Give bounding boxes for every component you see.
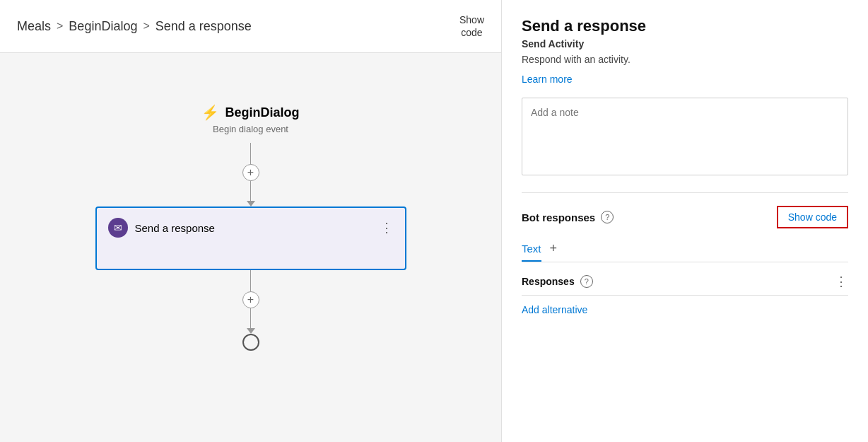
add-node-button-1[interactable]: + (242, 164, 259, 181)
tabs-row: Text + (522, 241, 848, 262)
connector-line-3 (250, 270, 251, 291)
send-response-card[interactable]: ✉ Send a response ⋮ (95, 207, 406, 270)
left-panel: Meals > BeginDialog > Send a response Sh… (0, 0, 502, 442)
send-response-icon: ✉ (114, 222, 122, 233)
bot-responses-help-icon[interactable]: ? (601, 211, 614, 223)
add-alternative-link[interactable]: Add alternative (522, 296, 848, 315)
responses-left: Responses ? (522, 275, 593, 288)
begin-dialog-subtitle: Begin dialog event (213, 124, 288, 134)
breadcrumb-sep-2: > (143, 20, 149, 33)
connector-line-2 (250, 181, 251, 202)
lightning-icon: ⚡ (201, 104, 219, 121)
responses-help-icon[interactable]: ? (580, 275, 593, 288)
bot-responses-header: Bot responses ? Show code (522, 206, 848, 228)
send-icon-circle: ✉ (108, 218, 128, 238)
show-code-button-right[interactable]: Show code (777, 206, 848, 228)
note-textarea[interactable] (522, 98, 848, 175)
flow-container: ⚡ BeginDialog Begin dialog event + ✉ (95, 95, 406, 351)
send-response-body (97, 248, 405, 269)
breadcrumb-meals[interactable]: Meals (17, 19, 51, 34)
right-panel-title: Send a response (522, 17, 848, 35)
responses-label: Responses (522, 276, 575, 287)
responses-context-menu[interactable]: ⋮ (835, 274, 848, 289)
send-response-title: ✉ Send a response (108, 218, 215, 238)
bot-responses-left: Bot responses ? (522, 211, 614, 223)
begin-dialog-title: ⚡ BeginDialog (201, 104, 299, 121)
learn-more-link[interactable]: Learn more (522, 74, 848, 85)
left-header: Meals > BeginDialog > Send a response Sh… (0, 0, 501, 53)
breadcrumb-send-response[interactable]: Send a response (156, 19, 252, 34)
breadcrumb: Meals > BeginDialog > Send a response (17, 19, 252, 34)
responses-section: Responses ? ⋮ (522, 262, 848, 296)
divider (522, 192, 848, 193)
begin-dialog-label: BeginDialog (225, 105, 299, 120)
tab-text-label: Text (522, 243, 541, 255)
send-response-context-menu[interactable]: ⋮ (380, 220, 394, 235)
tab-add-button[interactable]: + (550, 241, 558, 262)
connector-line-4 (250, 308, 251, 330)
bot-responses-label: Bot responses (522, 211, 595, 223)
show-code-button-left[interactable]: Showcode (459, 13, 484, 39)
send-response-label: Send a response (135, 222, 215, 234)
add-node-button-2[interactable]: + (242, 291, 259, 308)
begin-dialog-node: ⚡ BeginDialog Begin dialog event (187, 95, 313, 143)
breadcrumb-begin-dialog[interactable]: BeginDialog (69, 19, 137, 34)
begin-dialog-box: ⚡ BeginDialog Begin dialog event (187, 95, 313, 143)
send-response-header: ✉ Send a response ⋮ (97, 208, 405, 248)
connector-line-1 (250, 143, 251, 164)
right-panel-description: Respond with an activity. (522, 54, 848, 65)
arrow-down-1 (247, 201, 255, 207)
flow-canvas: ⚡ BeginDialog Begin dialog event + ✉ (0, 53, 501, 442)
arrow-down-2 (247, 328, 255, 334)
right-panel: Send a response Send Activity Respond wi… (502, 0, 868, 442)
tab-text[interactable]: Text (522, 243, 541, 262)
breadcrumb-sep-1: > (57, 20, 63, 33)
right-panel-subtitle: Send Activity (522, 38, 848, 50)
end-node (242, 334, 259, 351)
